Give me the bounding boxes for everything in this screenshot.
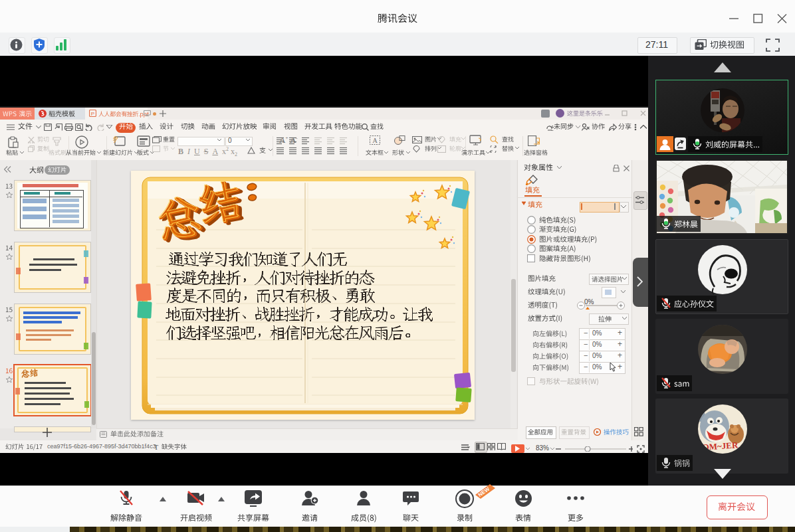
svg-text:A: A xyxy=(372,137,378,144)
svg-text:P: P xyxy=(91,111,94,117)
svg-text:T: T xyxy=(154,444,158,450)
